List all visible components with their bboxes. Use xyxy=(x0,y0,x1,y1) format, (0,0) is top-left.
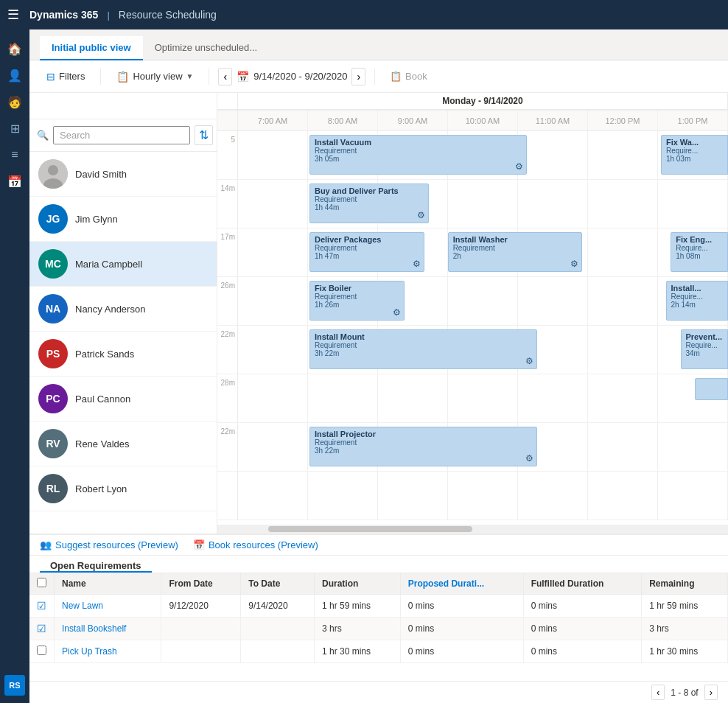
row-from-pick-up-trash xyxy=(161,640,241,663)
requirements-table: Name From Date To Date Duration xyxy=(29,573,728,663)
row-dur-pick-up-trash: 1 hr 30 mins xyxy=(315,640,401,663)
time-slot-12pm: 12:00 PM xyxy=(588,111,658,130)
time-slot-9am: 9:00 AM xyxy=(378,111,448,130)
resource-panel: 🔍 ⇅ David Smith xyxy=(29,93,217,534)
hamburger-icon[interactable]: ☰ xyxy=(7,7,19,23)
person-icon[interactable]: 🧑 xyxy=(3,90,27,113)
schedule-main: 🔍 ⇅ David Smith xyxy=(29,93,728,534)
avatar-robert-lyon: RL xyxy=(38,474,68,503)
tab-initial-public-view[interactable]: Initial public view xyxy=(40,36,143,60)
resource-item-maria-campbell[interactable]: MC Maria Campbell xyxy=(29,242,217,287)
bottom-panel: 👥 Suggest resources (Preview) 📅 Book res… xyxy=(29,534,728,703)
scrollbar-thumb[interactable] xyxy=(268,526,472,532)
resource-item-david-smith[interactable]: David Smith xyxy=(29,152,217,197)
resource-name-rene-valdes: Rene Valdes xyxy=(75,438,129,450)
search-icon: 🔍 xyxy=(37,130,49,141)
time-grid-body: 5 Install Vacuum Req xyxy=(217,131,728,525)
col-name: Name xyxy=(55,573,161,595)
pagination-bar: ‹ 1 - 8 of › xyxy=(29,681,728,703)
resource-name-maria-campbell: Maria Campbell xyxy=(75,259,142,270)
bottom-actions-bar: 👥 Suggest resources (Preview) 📅 Book res… xyxy=(29,535,728,556)
row-name-new-lawn[interactable]: New Lawn xyxy=(55,595,161,618)
row-prop-pick-up-trash: 0 mins xyxy=(400,640,523,663)
book-button[interactable]: 📋 Book xyxy=(384,67,433,85)
time-grid-container: Monday - 9/14/2020 7:00 AM 8:00 AM 9:00 … xyxy=(217,93,728,534)
list-icon[interactable]: ≡ xyxy=(3,143,27,167)
settings-icon: ⚙ xyxy=(417,210,425,220)
row-name-pick-up-trash[interactable]: Pick Up Trash xyxy=(55,640,161,663)
col-proposed-duration[interactable]: Proposed Durati... xyxy=(400,573,523,595)
search-input[interactable] xyxy=(53,126,190,144)
filters-button[interactable]: ⊟ Filters xyxy=(40,66,91,87)
row-to-new-lawn: 9/14/2020 xyxy=(241,595,315,618)
chevron-down-icon: ▼ xyxy=(186,72,194,80)
resource-name-jim-glynn: Jim Glynn xyxy=(75,214,118,225)
avatar-jim-glynn: JG xyxy=(38,204,68,234)
event-buy-deliver-parts[interactable]: Buy and Deliver Parts Requirement 1h 44m… xyxy=(309,183,429,223)
resource-item-nancy-anderson[interactable]: NA Nancy Anderson xyxy=(29,287,217,332)
col-to-date: To Date xyxy=(241,573,315,595)
time-slots-header: 7:00 AM 8:00 AM 9:00 AM 10:00 AM 11:00 A… xyxy=(217,111,728,131)
event-install-washer[interactable]: Install Washer Requirement 2h ⚙ xyxy=(448,232,582,272)
pagination-next-button[interactable]: › xyxy=(704,685,718,700)
calendar-range-icon: 📅 xyxy=(237,71,249,83)
main-content: Initial public view Optimize unscheduled… xyxy=(29,29,728,703)
row-check-install-bookshelf[interactable]: ☑ xyxy=(29,618,55,640)
col-checkbox xyxy=(29,573,55,595)
event-install-vacuum[interactable]: Install Vacuum Requirement 3h 05m ⚙ xyxy=(309,135,527,175)
row-check-new-lawn[interactable]: ☑ xyxy=(29,595,55,618)
calendar-icon[interactable]: 📅 xyxy=(3,169,27,193)
home-icon[interactable]: 🏠 xyxy=(3,37,27,60)
pagination-info: 1 - 8 of xyxy=(671,688,698,698)
resource-item-rene-valdes[interactable]: RV Rene Valdes xyxy=(29,422,217,466)
grid-row-paul-cannon: 28m xyxy=(217,374,728,423)
col-fulfilled-duration: Fulfilled Duration xyxy=(523,573,642,595)
sort-icon[interactable]: ⇅ xyxy=(195,125,213,145)
event-prevent-partial[interactable]: Prevent... Require... 34m xyxy=(681,329,729,369)
settings-icon: ⚙ xyxy=(393,307,401,318)
left-sidebar: 🏠 👤 🧑 ⊞ ≡ 📅 RS xyxy=(0,29,29,703)
avatar-paul-cannon: PC xyxy=(38,384,68,413)
toolbar-divider-1 xyxy=(100,69,101,85)
resource-item-paul-cannon[interactable]: PC Paul Cannon xyxy=(29,377,217,422)
event-pc-partial[interactable] xyxy=(695,378,728,400)
rs-badge: RS xyxy=(4,675,25,696)
grid-icon[interactable]: ⊞ xyxy=(3,116,27,140)
row-fulfill-new-lawn: 0 mins xyxy=(523,595,642,618)
book-icon: 📋 xyxy=(390,71,402,82)
resource-item-patrick-sands[interactable]: PS Patrick Sands xyxy=(29,332,217,377)
row-name-install-bookshelf[interactable]: Install Bookshelf xyxy=(55,618,161,640)
suggest-icon: 👥 xyxy=(40,539,52,550)
schedule-and-bottom: 🔍 ⇅ David Smith xyxy=(29,93,728,703)
open-requirements-tab[interactable]: Open Requirements xyxy=(40,556,152,573)
resource-item-robert-lyon[interactable]: RL Robert Lyon xyxy=(29,466,217,511)
col-remaining: Remaining xyxy=(642,573,728,595)
toolbar: ⊟ Filters 📋 Hourly view ▼ ‹ 📅 9/14/2020 … xyxy=(29,60,728,93)
tab-optimize-unscheduled[interactable]: Optimize unscheduled... xyxy=(143,36,269,60)
date-prev-button[interactable]: ‹ xyxy=(218,68,232,85)
table-row: Pick Up Trash 1 hr 30 mins 0 mins 0 mins… xyxy=(29,640,728,663)
avatar-maria-campbell: MC xyxy=(38,249,68,279)
row-check-pick-up-trash[interactable] xyxy=(29,640,55,663)
users-icon[interactable]: 👤 xyxy=(3,63,27,87)
settings-icon: ⚙ xyxy=(515,161,523,172)
event-install-mount[interactable]: Install Mount Requirement 3h 22m ⚙ xyxy=(309,329,537,369)
event-fix-washer[interactable]: Fix Wa... Require... 1h 03m xyxy=(661,135,728,175)
row-dur-new-lawn: 1 hr 59 mins xyxy=(315,595,401,618)
suggest-resources-button[interactable]: 👥 Suggest resources (Preview) xyxy=(40,539,178,550)
time-slot-10am: 10:00 AM xyxy=(448,111,518,130)
event-fix-eng[interactable]: Fix Eng... Require... 1h 08m xyxy=(671,232,728,272)
select-all-checkbox[interactable] xyxy=(37,578,46,587)
date-next-button[interactable]: › xyxy=(351,68,365,85)
event-fix-boiler[interactable]: Fix Boiler Requirement 1h 26m ⚙ xyxy=(309,281,405,321)
event-install-projector[interactable]: Install Projector Requirement 3h 22m ⚙ xyxy=(309,427,537,466)
event-deliver-packages[interactable]: Deliver Packages Requirement 1h 47m ⚙ xyxy=(309,232,424,272)
event-install-partial-na[interactable]: Install... Require... 2h 14m xyxy=(666,281,728,321)
horizontal-scrollbar[interactable] xyxy=(217,525,728,534)
svg-point-1 xyxy=(48,165,58,175)
resource-item-jim-glynn[interactable]: JG Jim Glynn xyxy=(29,197,217,242)
hourly-view-button[interactable]: 📋 Hourly view ▼ xyxy=(110,66,200,87)
date-navigation: ‹ 📅 9/14/2020 - 9/20/2020 › xyxy=(218,68,365,85)
pagination-prev-button[interactable]: ‹ xyxy=(651,685,665,700)
book-resources-button[interactable]: 📅 Book resources (Preview) xyxy=(193,539,318,550)
